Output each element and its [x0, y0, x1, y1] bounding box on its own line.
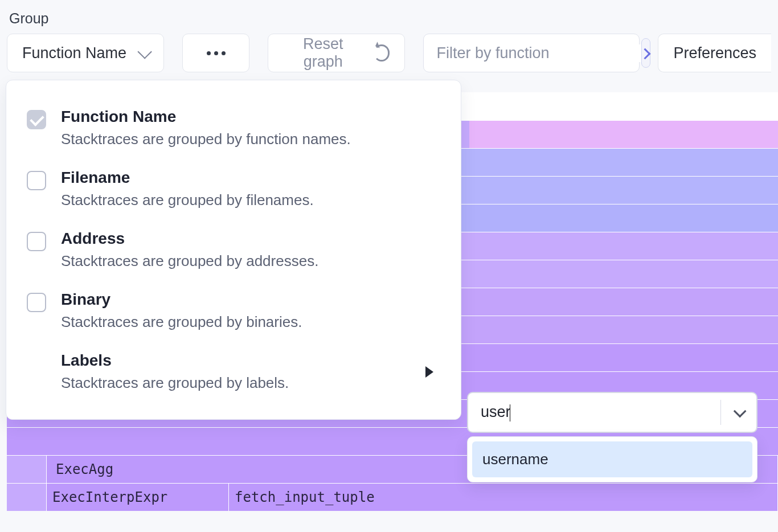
option-desc: Stacktraces are grouped by function name… [61, 130, 351, 148]
reset-graph-button[interactable]: Reset graph [268, 34, 405, 72]
flame-frame-label[interactable]: fetch_input_tuple [229, 484, 778, 511]
filter-by-function-field[interactable] [423, 34, 640, 72]
flame-row[interactable]: ExecInterpExpr fetch_input_tuple [7, 483, 778, 511]
labels-suggestions: username [467, 436, 757, 482]
option-title: Function Name [61, 108, 351, 126]
text-caret-icon [510, 404, 511, 421]
checkbox-icon[interactable] [27, 232, 46, 251]
ellipsis-icon [207, 51, 226, 55]
option-title: Filename [61, 169, 314, 187]
group-option-address[interactable]: Address Stacktraces are grouped by addre… [6, 219, 461, 280]
reset-icon [374, 44, 390, 62]
option-desc: Stacktraces are grouped by filenames. [61, 191, 314, 209]
reset-graph-label: Reset graph [283, 35, 363, 71]
group-option-filename[interactable]: Filename Stacktraces are grouped by file… [6, 158, 461, 219]
filter-submit-button[interactable] [641, 38, 650, 68]
labels-suggestion-item[interactable]: username [472, 441, 752, 477]
option-title: Labels [61, 351, 289, 370]
option-title: Binary [61, 290, 302, 309]
flame-frame-label[interactable]: ExecInterpExpr [47, 484, 229, 511]
option-desc: Stacktraces are grouped by binaries. [61, 313, 302, 331]
option-desc: Stacktraces are grouped by addresses. [61, 252, 318, 270]
chevron-down-icon [734, 405, 747, 418]
preferences-label: Preferences [673, 44, 756, 62]
labels-input-text[interactable]: user [468, 403, 511, 421]
preferences-button[interactable]: Preferences [658, 34, 771, 72]
toolbar: Function Name Reset graph Preferences [7, 34, 771, 72]
chevron-right-icon [640, 48, 651, 60]
option-desc: Stacktraces are grouped by labels. [61, 374, 289, 392]
checkbox-icon[interactable] [27, 110, 46, 129]
labels-combobox-toggle[interactable] [721, 408, 756, 417]
more-menu-button[interactable] [182, 34, 249, 72]
checkbox-icon[interactable] [27, 171, 46, 190]
labels-combobox: user username [467, 392, 757, 482]
group-by-menu: Function Name Stacktraces are grouped by… [6, 80, 461, 420]
group-option-labels[interactable]: Labels Stacktraces are grouped by labels… [6, 341, 461, 402]
group-option-binary[interactable]: Binary Stacktraces are grouped by binari… [6, 280, 461, 341]
submenu-arrow-icon [425, 366, 433, 378]
group-by-dropdown[interactable]: Function Name [7, 34, 164, 72]
group-section-label: Group [9, 10, 771, 27]
group-option-function-name[interactable]: Function Name Stacktraces are grouped by… [6, 97, 461, 158]
group-by-dropdown-label: Function Name [22, 44, 126, 62]
filter-input[interactable] [424, 44, 641, 62]
labels-combobox-field[interactable]: user [467, 392, 757, 433]
option-title: Address [61, 230, 318, 248]
chevron-down-icon [137, 44, 151, 59]
checkbox-icon[interactable] [27, 293, 46, 312]
